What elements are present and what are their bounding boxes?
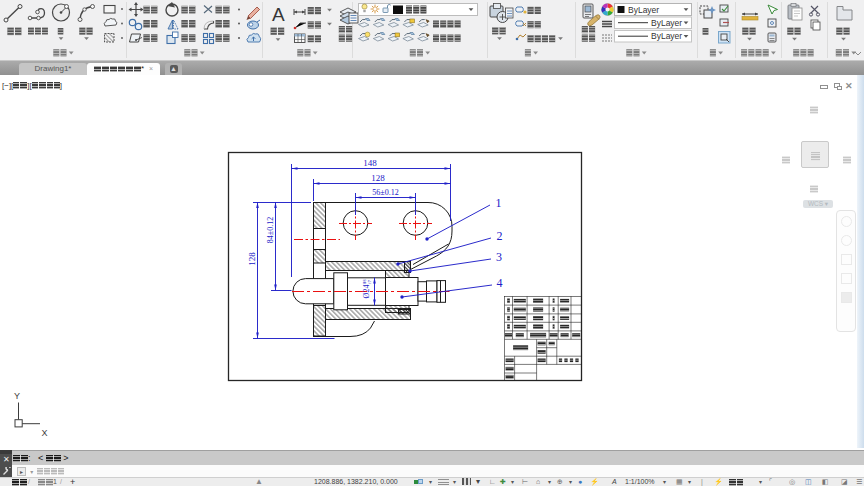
- svg-text:148: 148: [363, 158, 377, 168]
- svg-text:f7: f7: [367, 280, 372, 283]
- svg-text:128: 128: [371, 173, 385, 183]
- svg-text:Ø24: Ø24: [362, 285, 371, 299]
- svg-text:4: 4: [497, 276, 503, 290]
- svg-text:56±0.12: 56±0.12: [372, 188, 398, 197]
- svg-text:3: 3: [496, 250, 502, 264]
- svg-text:128: 128: [247, 252, 257, 266]
- svg-text:ByLayer: ByLayer: [628, 5, 659, 15]
- svg-text:ByLayer: ByLayer: [651, 31, 682, 41]
- svg-text:84±0.12: 84±0.12: [266, 217, 275, 243]
- svg-text:ByLayer: ByLayer: [651, 18, 682, 28]
- svg-text:2: 2: [497, 229, 503, 243]
- svg-text:1: 1: [496, 196, 502, 210]
- svg-text:A: A: [272, 4, 285, 25]
